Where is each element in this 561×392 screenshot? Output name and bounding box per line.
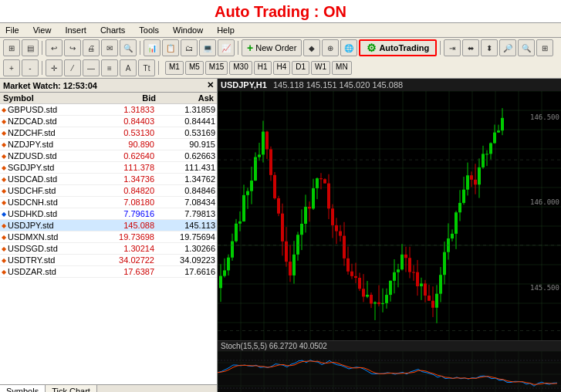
- ask-cell: 7.08434: [157, 198, 215, 207]
- bid-cell: 0.84403: [96, 117, 157, 126]
- tb-terminal[interactable]: 💻: [199, 39, 216, 56]
- market-watch-time: 12:53:04: [63, 81, 97, 90]
- symbol-cell: ◆ NZDCHF.std: [2, 128, 96, 137]
- table-header: Symbol Bid Ask: [0, 93, 217, 104]
- tb-zoom-in[interactable]: 🔎: [499, 39, 516, 56]
- toolbar-row2: + - ✛ ⁄ — ≡ A Tt M1 M5 M15 M30 H1 H4 D1 …: [0, 58, 561, 78]
- symbol-cell: ◆ USDCNH.std: [2, 198, 96, 207]
- tb2-text[interactable]: A: [120, 59, 137, 76]
- table-row[interactable]: ◆ USDZAR.std 17.6387 17.6616: [0, 266, 217, 278]
- diamond-icon: ◆: [2, 130, 6, 137]
- sep2: [140, 41, 140, 55]
- table-row[interactable]: ◆ GBPUSD.std 1.31833 1.31859: [0, 104, 217, 116]
- sub-chart-canvas: [218, 351, 561, 392]
- table-row[interactable]: ◆ USDTRY.std 34.02722 34.09223: [0, 255, 217, 266]
- tf-m30[interactable]: M30: [229, 61, 252, 75]
- tb-search[interactable]: 🔍: [120, 39, 137, 56]
- tb-strategy[interactable]: 📈: [218, 39, 235, 56]
- table-row[interactable]: ◆ USDHKD.std 7.79616 7.79813: [0, 208, 217, 220]
- table-row[interactable]: ◆ NZDUSD.std 0.62640 0.62663: [0, 150, 217, 162]
- table-row[interactable]: ◆ USDMXN.std 19.73698 19.75694: [0, 231, 217, 243]
- diamond-icon: ◆: [2, 257, 6, 264]
- tb2-btn2[interactable]: -: [22, 59, 39, 76]
- col-symbol: Symbol: [2, 93, 96, 103]
- diamond-icon: ◆: [2, 176, 6, 183]
- table-row[interactable]: ◆ USDCHF.std 0.84820 0.84846: [0, 185, 217, 197]
- menu-charts[interactable]: Charts: [98, 25, 127, 35]
- table-row[interactable]: ◆ NZDCAD.std 0.84403 0.84441: [0, 116, 217, 127]
- table-row[interactable]: ◆ USDCNH.std 7.08180 7.08434: [0, 197, 217, 208]
- tb-btn2[interactable]: ⊕: [322, 39, 339, 56]
- menu-help[interactable]: Help: [215, 25, 237, 35]
- diamond-icon: ◆: [2, 234, 6, 241]
- tb-profiles[interactable]: ▤: [22, 39, 39, 56]
- table-row[interactable]: ◆ SGDJPY.std 111.378 111.431: [0, 162, 217, 174]
- table-row[interactable]: ◆ USDSGD.std 1.30214 1.30266: [0, 243, 217, 255]
- tb-grid[interactable]: ⊞: [536, 39, 553, 56]
- table-row[interactable]: ◆ USDJPY.std 145.088 145.113: [0, 220, 217, 231]
- ask-cell: 19.75694: [157, 232, 215, 242]
- tb-market-watch[interactable]: 📊: [144, 39, 161, 56]
- menu-window[interactable]: Window: [171, 25, 205, 35]
- tb2-hline[interactable]: —: [83, 59, 100, 76]
- market-watch-close[interactable]: ✕: [207, 80, 214, 90]
- diamond-icon: ◆: [2, 188, 6, 194]
- diamond-icon: ◆: [2, 245, 6, 252]
- symbol-cell: ◆ USDJPY.std: [2, 221, 96, 230]
- chart-values: 145.118 145.151 145.020 145.088: [273, 80, 403, 90]
- tb-zoom-out[interactable]: 🔍: [518, 39, 535, 56]
- tb-mail[interactable]: ✉: [101, 39, 118, 56]
- chart-area[interactable]: [218, 91, 561, 340]
- tb-navigator[interactable]: 🗂: [181, 39, 198, 56]
- tf-h4[interactable]: H4: [273, 61, 291, 75]
- tb-zoom3[interactable]: ⬍: [481, 39, 498, 56]
- sep4: [440, 41, 441, 55]
- tb-new-chart[interactable]: ⊞: [3, 39, 20, 56]
- tab-symbols[interactable]: Symbols: [0, 385, 46, 392]
- menu-insert[interactable]: Insert: [63, 25, 89, 35]
- new-order-button[interactable]: + New Order: [242, 39, 302, 56]
- tb-zoom2[interactable]: ⬌: [462, 39, 479, 56]
- ask-cell: 111.431: [157, 163, 215, 172]
- ask-cell: 1.34762: [157, 174, 215, 184]
- symbol-cell: ◆ USDCAD.std: [2, 174, 96, 184]
- autotrading-button[interactable]: ⚙ AutoTrading: [359, 39, 437, 56]
- tb2-btn1[interactable]: +: [3, 59, 20, 76]
- diamond-icon: ◆: [2, 118, 6, 125]
- tb-redo[interactable]: ↪: [64, 39, 81, 56]
- ask-cell: 34.09223: [157, 255, 215, 265]
- timeframe-bar: M1 M5 M15 M30 H1 H4 D1 W1 MN: [162, 59, 355, 76]
- tf-d1[interactable]: D1: [292, 61, 309, 75]
- tf-mn[interactable]: MN: [332, 61, 352, 75]
- bid-cell: 7.08180: [96, 198, 157, 207]
- tab-tick-chart[interactable]: Tick Chart: [46, 385, 97, 392]
- symbol-cell: ◆ NZDJPY.std: [2, 140, 96, 149]
- diamond-icon: ◆: [2, 164, 6, 171]
- tb-data-window[interactable]: 📋: [162, 39, 179, 56]
- tb2-line[interactable]: ⁄: [64, 59, 81, 76]
- menu-file[interactable]: File: [3, 25, 22, 35]
- tb-zoom1[interactable]: ⇥: [444, 39, 461, 56]
- sub-chart-area: [218, 351, 561, 392]
- tf-m5[interactable]: M5: [185, 61, 204, 75]
- tb-print[interactable]: 🖨: [83, 39, 100, 56]
- autotrading-label: AutoTrading: [379, 43, 429, 52]
- title-bar: Auto Trading : ON: [0, 0, 561, 23]
- tf-m15[interactable]: M15: [205, 61, 228, 75]
- ask-cell: 90.915: [157, 140, 215, 149]
- tb2-abc[interactable]: Tt: [138, 59, 155, 76]
- table-row[interactable]: ◆ USDCAD.std 1.34736 1.34762: [0, 174, 217, 185]
- menu-tools[interactable]: Tools: [137, 25, 161, 35]
- tb-btn1[interactable]: ◆: [303, 39, 320, 56]
- tf-w1[interactable]: W1: [311, 61, 330, 75]
- tb-undo[interactable]: ↩: [46, 39, 63, 56]
- tb2-fib[interactable]: ≡: [101, 59, 118, 76]
- tf-h1[interactable]: H1: [254, 61, 272, 75]
- tb-btn3[interactable]: 🌐: [340, 39, 357, 56]
- table-row[interactable]: ◆ NZDJPY.std 90.890 90.915: [0, 139, 217, 150]
- tf-m1[interactable]: M1: [165, 61, 184, 75]
- tb2-crosshair[interactable]: ✛: [46, 59, 63, 76]
- menu-view[interactable]: View: [31, 25, 54, 35]
- new-order-icon: +: [247, 42, 253, 54]
- table-row[interactable]: ◆ NZDCHF.std 0.53130 0.53169: [0, 127, 217, 139]
